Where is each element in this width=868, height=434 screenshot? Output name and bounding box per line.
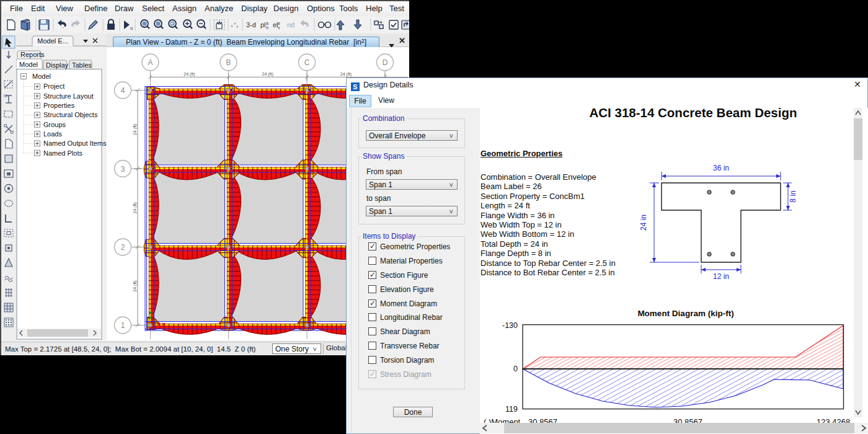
svg-text:24 (ft): 24 (ft): [133, 124, 138, 135]
svg-text:12 in: 12 in: [713, 272, 729, 281]
svg-text:0: 0: [513, 365, 518, 373]
svg-text:8 in: 8 in: [789, 190, 797, 202]
svg-text:Named Output Items: Named Output Items: [43, 140, 107, 147]
svg-text:24 (ft): 24 (ft): [184, 72, 195, 77]
svg-text:e: e: [278, 21, 280, 25]
svg-text:24 (ft): 24 (ft): [133, 202, 138, 213]
svg-text:pl: pl: [260, 21, 266, 29]
svg-text:nd: nd: [287, 21, 294, 29]
svg-text:Tables: Tables: [72, 61, 92, 69]
svg-text:Groups: Groups: [43, 121, 66, 128]
svg-text:Reports: Reports: [20, 51, 45, 58]
svg-text:D: D: [383, 58, 388, 67]
svg-text:2: 2: [121, 243, 125, 252]
svg-text:24 in: 24 in: [639, 215, 648, 231]
svg-text:36 in: 36 in: [713, 164, 729, 172]
svg-text:o: o: [130, 25, 133, 31]
svg-text:3-d: 3-d: [246, 21, 256, 29]
svg-text:Model E...: Model E...: [37, 37, 68, 45]
svg-text:24 (ft): 24 (ft): [262, 72, 273, 77]
svg-text:24 (ft): 24 (ft): [340, 72, 352, 77]
svg-text:1: 1: [121, 321, 125, 330]
svg-text:Properties: Properties: [43, 102, 75, 109]
svg-text:4: 4: [121, 86, 125, 95]
svg-text:n: n: [266, 25, 268, 30]
svg-text:B: B: [226, 58, 231, 67]
svg-text:Moment Diagram (kip-ft): Moment Diagram (kip-ft): [637, 309, 733, 318]
svg-text:a: a: [266, 21, 268, 25]
svg-text:Project: Project: [43, 82, 64, 90]
svg-text:v: v: [278, 25, 280, 30]
svg-text:-130: -130: [502, 321, 518, 330]
svg-text:24 (ft): 24 (ft): [133, 280, 138, 291]
svg-text:Structure Layout: Structure Layout: [43, 92, 94, 100]
svg-text:Display: Display: [46, 61, 69, 69]
svg-text:119: 119: [505, 405, 518, 414]
svg-text:3: 3: [121, 165, 125, 174]
svg-text:Model: Model: [19, 61, 38, 68]
svg-text:Model: Model: [32, 73, 51, 80]
svg-text:Structural Objects: Structural Objects: [43, 111, 98, 118]
svg-text:C: C: [304, 58, 310, 67]
svg-text:Named Plots: Named Plots: [43, 149, 82, 157]
svg-text:Loads: Loads: [43, 130, 62, 138]
svg-text:A: A: [148, 58, 153, 67]
